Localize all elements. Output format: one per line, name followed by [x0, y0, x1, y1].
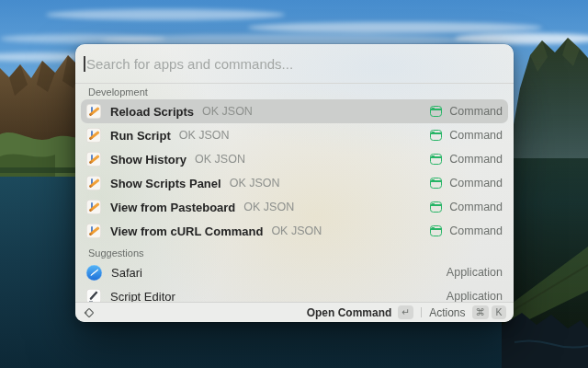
list-item-run-script[interactable]: Run Script OK JSON Command [81, 123, 508, 147]
footer-divider [421, 307, 422, 317]
actions-label[interactable]: Actions [429, 306, 465, 319]
safari-app-icon [86, 265, 102, 281]
raycast-logo-icon[interactable] [83, 306, 96, 319]
return-key-badge: ↵ [398, 305, 413, 319]
launcher-window: Development Reload Scripts OK JSON Comma… [75, 44, 514, 322]
section-header-development: Development [81, 84, 508, 99]
list-item-reload-scripts[interactable]: Reload Scripts OK JSON Command [81, 99, 508, 123]
okjson-script-icon [86, 128, 101, 143]
okjson-script-icon [86, 176, 101, 190]
okjson-script-icon [86, 224, 101, 238]
list-item-safari[interactable]: Safari Application [81, 260, 508, 284]
okjson-script-icon [86, 152, 101, 167]
search-bar [75, 44, 514, 84]
list-item-view-from-curl-command[interactable]: View from cURL Command OK JSON Command [81, 219, 508, 243]
okjson-script-icon [86, 200, 101, 214]
command-terminal-icon [430, 225, 442, 236]
results-list: Development Reload Scripts OK JSON Comma… [75, 84, 514, 322]
k-key-badge: K [492, 305, 506, 319]
command-terminal-icon [430, 130, 442, 141]
list-item-view-from-pasteboard[interactable]: View from Pasteboard OK JSON Command [81, 195, 508, 219]
command-terminal-icon [430, 106, 442, 117]
section-header-suggestions: Suggestions [81, 243, 508, 260]
list-item-show-scripts-panel[interactable]: Show Scripts Panel OK JSON Command [81, 171, 508, 195]
command-terminal-icon [430, 201, 442, 213]
footer-bar: Open Command ↵ Actions ⌘ K [75, 302, 514, 322]
desktop: Development Reload Scripts OK JSON Comma… [0, 0, 588, 368]
search-input[interactable] [75, 44, 514, 83]
cmd-key-badge: ⌘ [472, 305, 490, 319]
open-command-label[interactable]: Open Command [307, 306, 392, 319]
command-terminal-icon [430, 178, 442, 189]
command-terminal-icon [430, 154, 442, 165]
list-item-show-history[interactable]: Show History OK JSON Command [81, 147, 508, 171]
okjson-script-icon [86, 104, 101, 119]
